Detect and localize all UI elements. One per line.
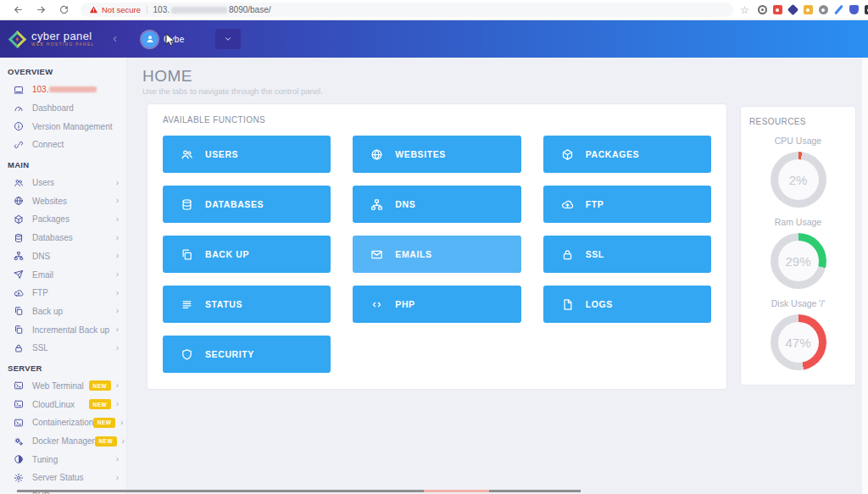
function-button-databases[interactable]: DATABASES — [163, 186, 331, 223]
user-dropdown-button[interactable] — [215, 29, 241, 49]
sidebar-item-email[interactable]: Email › — [0, 265, 126, 284]
blue-shield-extension-icon[interactable] — [849, 5, 859, 14]
sidebar-item-version-management[interactable]: Version Management — [0, 117, 126, 136]
red-adblock-extension-icon[interactable] — [773, 5, 782, 14]
sidebar-item-dashboard[interactable]: Dashboard — [0, 99, 126, 118]
address-bar[interactable]: Not secure | 103. 8090/base/ — [81, 3, 733, 17]
url-prefix: 103. — [153, 5, 170, 14]
function-button-label: BACK UP — [205, 249, 249, 259]
donut-chart: 29% — [771, 233, 826, 289]
vertical-scrollbar[interactable] — [861, 58, 868, 494]
function-button-websites[interactable]: WEBSITES — [353, 136, 520, 173]
top-navbar: Cybe — [127, 20, 868, 58]
function-button-label: EMAILS — [395, 249, 431, 259]
page-title: HOME — [142, 67, 868, 86]
function-button-dns[interactable]: DNS — [353, 186, 520, 223]
sidebar-item-packages[interactable]: Packages › — [0, 210, 126, 229]
mouse-cursor-icon — [164, 33, 176, 47]
copy-icon — [14, 325, 24, 335]
indigo-shield-extension-icon[interactable] — [787, 4, 798, 15]
gear-icon — [14, 473, 24, 483]
browser-reload-icon[interactable] — [58, 4, 70, 15]
function-button-label: SECURITY — [205, 349, 254, 359]
eye-extension-icon[interactable] — [758, 5, 767, 14]
chevron-right-icon: › — [116, 270, 119, 279]
yellow-lock-extension-icon[interactable] — [804, 5, 813, 14]
sidebar-item-websites[interactable]: Websites › — [0, 191, 126, 210]
sidebar-item-connect[interactable]: Connect — [0, 136, 126, 154]
chevron-right-icon: › — [116, 455, 119, 463]
sidebar-item-label: CloudLinux — [32, 400, 75, 409]
sidebar-item-cloudlinux[interactable]: CloudLinux NEW› — [0, 395, 126, 414]
sidebar-item-label: 103. — [32, 85, 48, 94]
sidebar-item-databases[interactable]: Databases › — [0, 229, 126, 247]
function-button-label: STATUS — [205, 299, 242, 309]
function-button-back-up[interactable]: BACK UP — [163, 236, 331, 273]
brand-logo-area[interactable]: cyber panel WEB HOSTING PANEL — [0, 20, 127, 58]
sidebar-item-103[interactable]: 103. — [0, 80, 126, 99]
redacted-ip — [49, 86, 97, 92]
sidebar-item-containerization[interactable]: Containerization NEW› — [0, 414, 126, 432]
function-button-ftp[interactable]: FTP — [543, 186, 711, 223]
db-icon — [181, 198, 193, 211]
chevron-right-icon: › — [116, 400, 119, 408]
envelope-icon — [370, 248, 383, 261]
sidebar-item-label: Websites — [32, 197, 67, 206]
gray-circle-extension-icon[interactable] — [819, 5, 828, 14]
resources-card: RESOURCES CPU Usage 2% Ram Usage 29% Dis… — [740, 106, 856, 386]
available-functions-card: AVAILABLE FUNCTIONS USERS WEBSITES PACKA… — [147, 103, 727, 390]
browser-back-icon[interactable] — [13, 4, 24, 15]
sidebar-item-label: Dashboard — [32, 103, 74, 113]
chevron-right-icon: › — [116, 197, 119, 205]
resource-gauge-cpu-usage: CPU Usage 2% — [749, 136, 847, 208]
sidebar-item-web-terminal[interactable]: Web Terminal NEW› — [0, 377, 126, 396]
user-avatar[interactable] — [142, 31, 158, 47]
sidebar-section-title-server: SERVER — [8, 364, 126, 374]
sidebar-item-docker-manager[interactable]: Docker Manager NEW› — [0, 432, 126, 451]
function-button-security[interactable]: SECURITY — [163, 336, 331, 373]
chevron-right-icon: › — [116, 179, 119, 187]
chevron-right-icon: › — [116, 215, 119, 224]
chevron-right-icon: › — [120, 419, 123, 427]
sidebar-item-back-up[interactable]: Back up › — [0, 303, 126, 321]
function-button-packages[interactable]: PACKAGES — [543, 136, 711, 173]
chevron-right-icon: › — [122, 437, 125, 446]
function-button-logs[interactable]: LOGS — [543, 286, 711, 323]
browser-forward-icon[interactable] — [36, 4, 47, 15]
users-icon — [14, 178, 24, 188]
chevron-right-icon: › — [116, 289, 119, 297]
function-button-php[interactable]: PHP — [353, 286, 520, 323]
new-badge: NEW — [89, 380, 111, 391]
app-header: cyber panel WEB HOSTING PANEL Cybe — [0, 20, 868, 58]
sidebar-item-label: Connect — [32, 140, 64, 149]
cloud-up-icon — [561, 198, 574, 211]
sidebar-item-users[interactable]: Users › — [0, 174, 126, 192]
chevron-right-icon: › — [116, 307, 119, 315]
sidebar-item-dns[interactable]: DNS › — [0, 247, 126, 266]
chevron-down-icon — [224, 35, 232, 43]
sidebar-item-server-status[interactable]: Server Status › — [0, 469, 126, 487]
dark-square-extension-icon[interactable] — [865, 5, 868, 14]
function-button-status[interactable]: STATUS — [163, 286, 331, 323]
function-button-emails[interactable]: EMAILS — [353, 236, 520, 273]
horizontal-scrollbar[interactable] — [17, 490, 581, 492]
blue-pen-extension-icon[interactable] — [834, 5, 843, 14]
plane-icon — [14, 269, 24, 280]
sidebar-item-tuning[interactable]: Tuning › — [0, 450, 126, 469]
main-content: HOME Use the tabs to navigate through th… — [127, 58, 868, 494]
person-icon — [145, 34, 155, 44]
bookmark-star-icon[interactable]: ☆ — [740, 4, 749, 16]
sidebar-collapse-icon[interactable] — [111, 35, 120, 43]
function-button-label: WEBSITES — [395, 149, 446, 159]
sidebar-item-ftp[interactable]: FTP › — [0, 284, 126, 303]
resources-title: RESOURCES — [749, 117, 847, 126]
copy-icon — [14, 306, 24, 316]
sidebar-item-ssl[interactable]: SSL › — [0, 339, 126, 358]
function-button-label: DATABASES — [205, 199, 264, 209]
gauge-icon — [14, 103, 24, 114]
function-button-users[interactable]: USERS — [163, 136, 331, 173]
brand-name: cyber panel — [31, 31, 95, 42]
function-button-ssl[interactable]: SSL — [543, 236, 711, 273]
horizontal-scrollbar-thumb[interactable] — [424, 490, 489, 492]
sidebar-item-incremental-back-up[interactable]: Incremental Back up › — [0, 320, 126, 339]
